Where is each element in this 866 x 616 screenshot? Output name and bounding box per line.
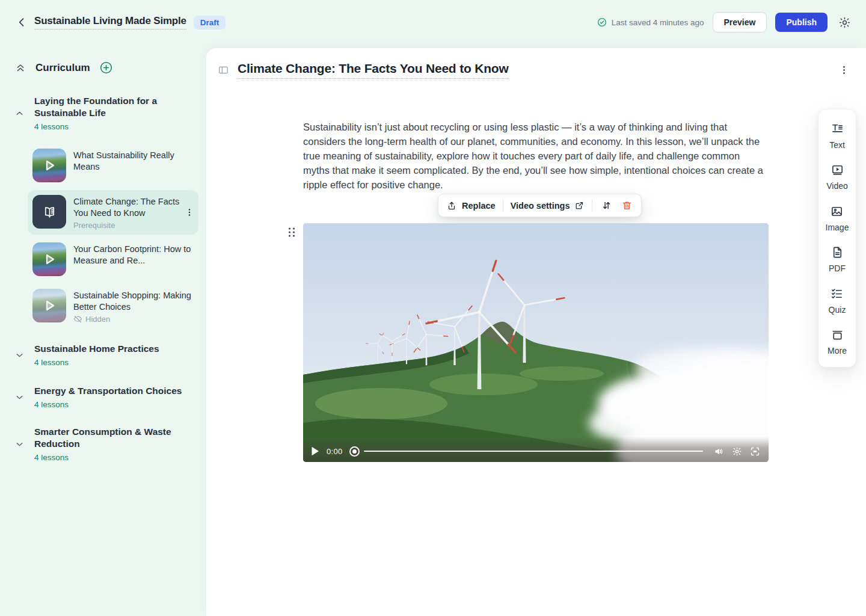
section-lesson-count: 4 lessons <box>34 400 182 409</box>
video-frame-wind-turbines <box>303 223 769 462</box>
last-saved-status: Last saved 4 minutes ago <box>597 17 704 28</box>
chevron-down-icon[interactable] <box>14 392 25 402</box>
move-block-button[interactable] <box>600 199 613 212</box>
play-icon <box>32 149 66 182</box>
delete-block-button[interactable] <box>620 199 633 212</box>
upload-icon <box>446 200 457 211</box>
section-title: Sustainable Home Practices <box>34 343 159 355</box>
lesson-kebab-button[interactable] <box>184 206 196 218</box>
lesson-header: Climate Change: The Facts You Need to Kn… <box>218 61 850 79</box>
lesson-row-climate-change[interactable]: Climate Change: The Facts You Need to Kn… <box>28 190 198 235</box>
replace-button[interactable]: Replace <box>446 200 496 211</box>
preview-button[interactable]: Preview <box>713 12 767 32</box>
last-saved-text: Last saved 4 minutes ago <box>612 18 704 27</box>
insert-text-button[interactable]: Text <box>829 122 845 150</box>
external-link-icon <box>574 200 585 211</box>
sidebar-section-home-practices[interactable]: Sustainable Home Practices 4 lessons <box>14 343 192 367</box>
fullscreen-icon <box>749 446 761 457</box>
video-settings-button[interactable]: Video settings <box>511 200 585 211</box>
section-title: Smarter Consumption & Waste Reduction <box>34 426 192 450</box>
sidebar-section-energy-transportation[interactable]: Energy & Transportation Choices 4 lesson… <box>14 385 192 409</box>
toolbar-divider <box>503 200 503 212</box>
chevrons-up-icon <box>14 62 26 74</box>
toolbar-divider <box>592 200 592 212</box>
gear-icon <box>732 446 742 457</box>
play-icon <box>311 446 320 456</box>
reading-lesson-tile <box>32 195 66 229</box>
lesson-note: Prerequisite <box>73 221 194 230</box>
add-section-button[interactable] <box>99 61 113 75</box>
swap-vertical-icon <box>601 200 612 211</box>
insert-block-panel: Text Video Image PDF Quiz More <box>818 109 856 368</box>
chevron-down-icon[interactable] <box>14 439 25 449</box>
lesson-page-title[interactable]: Climate Change: The Facts You Need to Kn… <box>238 61 509 79</box>
insert-more-button[interactable]: More <box>828 328 847 356</box>
text-icon <box>831 122 844 136</box>
lesson-title: Sustainable Shopping: Making Better Choi… <box>73 290 194 313</box>
kebab-icon <box>838 64 850 76</box>
lesson-title: Climate Change: The Facts You Need to Kn… <box>73 196 194 219</box>
play-icon <box>32 242 66 276</box>
volume-button[interactable] <box>713 446 725 457</box>
section-title: Laying the Foundation for a Sustainable … <box>34 95 192 119</box>
kebab-icon <box>184 207 196 218</box>
book-open-icon <box>41 204 58 220</box>
lesson-row-what-sustainability[interactable]: What Sustainability Really Means <box>28 144 198 187</box>
video-thumbnail <box>32 149 66 182</box>
lesson-row-carbon-footprint[interactable]: Your Carbon Footprint: How to Measure an… <box>28 238 198 281</box>
image-icon <box>830 205 844 218</box>
sidebar-toggle-button[interactable] <box>218 64 229 76</box>
video-thumbnail-hidden <box>32 289 66 322</box>
current-time: 0:00 <box>327 447 343 456</box>
check-circle-icon <box>597 17 607 28</box>
lesson-paragraph[interactable]: Sustainability isn’t just about recyclin… <box>303 120 769 192</box>
play-button[interactable] <box>311 446 320 456</box>
chevron-up-icon[interactable] <box>14 108 25 119</box>
lesson-title: What Sustainability Really Means <box>73 150 194 173</box>
insert-video-button[interactable]: Video <box>826 163 848 191</box>
grip-dots-icon <box>287 226 296 238</box>
progress-bar[interactable] <box>364 451 703 452</box>
section-lesson-count: 4 lessons <box>34 453 192 462</box>
quiz-icon <box>830 287 844 301</box>
play-icon <box>32 289 66 322</box>
publish-button[interactable]: Publish <box>775 13 828 32</box>
video-icon <box>831 163 844 177</box>
status-badge: Draft <box>194 16 226 29</box>
video-block-toolbar: Replace Video settings <box>438 194 642 217</box>
sidebar-section-smarter-consumption[interactable]: Smarter Consumption & Waste Reduction 4 … <box>14 426 192 462</box>
section-title: Energy & Transportation Choices <box>34 385 182 397</box>
curriculum-header: Curriculum <box>14 61 113 75</box>
gear-icon <box>838 16 851 29</box>
volume-icon <box>713 446 725 457</box>
player-settings-button[interactable] <box>731 446 743 457</box>
insert-quiz-button[interactable]: Quiz <box>829 287 846 315</box>
plus-circle-icon <box>99 61 113 75</box>
course-title[interactable]: Sustainable Living Made Simple <box>34 15 186 29</box>
eye-off-icon <box>73 315 82 324</box>
lesson-list: What Sustainability Really Means Climate… <box>28 144 198 331</box>
more-blocks-icon <box>831 328 844 342</box>
video-player[interactable]: 0:00 <box>303 223 769 462</box>
video-thumbnail <box>32 242 66 276</box>
fullscreen-button[interactable] <box>749 446 761 457</box>
section-lesson-count: 4 lessons <box>34 122 192 131</box>
curriculum-sidebar: Curriculum Laying the Foundation for a S… <box>0 45 206 616</box>
collapse-all-button[interactable] <box>14 62 26 74</box>
lesson-row-sustainable-shopping[interactable]: Sustainable Shopping: Making Better Choi… <box>28 284 198 328</box>
lesson-options-button[interactable] <box>838 64 850 76</box>
seek-handle[interactable] <box>349 446 360 457</box>
settings-button[interactable] <box>837 15 852 29</box>
back-button[interactable] <box>14 15 29 29</box>
block-drag-handle[interactable] <box>287 226 296 238</box>
insert-pdf-button[interactable]: PDF <box>829 245 846 273</box>
sidebar-section-laying-the-foundation[interactable]: Laying the Foundation for a Sustainable … <box>14 95 192 131</box>
lesson-editor-panel: Climate Change: The Facts You Need to Kn… <box>206 48 866 616</box>
trash-icon <box>621 200 633 211</box>
chevron-down-icon[interactable] <box>14 350 25 360</box>
lesson-title: Your Carbon Footprint: How to Measure an… <box>73 244 194 266</box>
chevron-left-icon <box>16 16 28 28</box>
curriculum-title: Curriculum <box>35 62 90 74</box>
insert-image-button[interactable]: Image <box>826 205 849 232</box>
top-bar: Sustainable Living Made Simple Draft Las… <box>0 0 866 45</box>
